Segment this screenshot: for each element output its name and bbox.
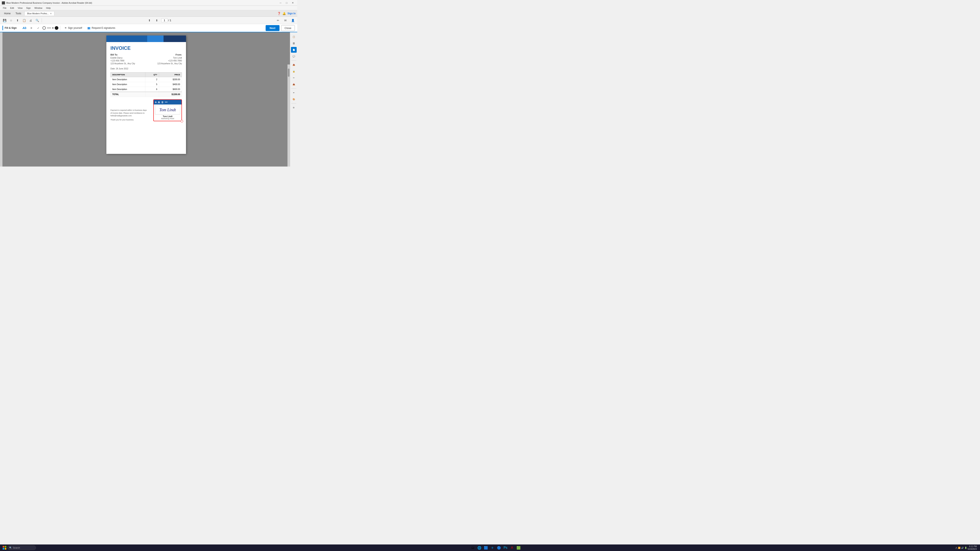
right-panel-btn3-active[interactable]: 📄	[291, 47, 297, 52]
row1-qty: 2	[145, 77, 159, 82]
right-panel-btn2[interactable]: 🖼	[291, 40, 297, 46]
next-page-button[interactable]: ⬇	[154, 17, 160, 23]
account-button[interactable]: 👤	[290, 17, 296, 23]
tab-tools[interactable]: Tools	[13, 11, 24, 16]
upload-button[interactable]: ⬆	[15, 17, 21, 23]
menu-sign[interactable]: Sign	[24, 6, 32, 10]
invoice-note: Payment is required within 14 business d…	[110, 109, 147, 118]
menu-edit[interactable]: Edit	[9, 6, 16, 10]
signature-widget[interactable]: A A 🗑 ••• Tom Lindt Tom Lindt Marketing …	[153, 99, 182, 121]
save-button[interactable]: 💾	[2, 17, 7, 23]
sig-more-button[interactable]: •••	[165, 101, 168, 104]
notifications-icon[interactable]: 🔔	[282, 12, 286, 15]
email-button[interactable]: ✉	[283, 17, 288, 23]
copy-button[interactable]: 📋	[21, 17, 27, 23]
title-bar: ⬛ Blue Modern Professional Business Comp…	[0, 0, 297, 6]
row2-desc: Item Description	[111, 82, 145, 87]
pdf-header-blue	[107, 35, 147, 42]
from-label: From:	[157, 54, 182, 56]
window-title: Blue Modern Professional Business Compan…	[6, 2, 92, 4]
row3-price: $600.00	[159, 87, 182, 92]
rp-separator2	[291, 88, 296, 89]
search-doc-button[interactable]: 🔍	[34, 17, 40, 23]
circle-tool[interactable]	[43, 26, 46, 30]
pdf-area: INVOICE Bill To: Estelle Darcy +123-456-…	[2, 32, 290, 167]
right-panel-btn8[interactable]: 📥	[291, 81, 297, 87]
close-fill-sign-button[interactable]: Close	[281, 25, 295, 31]
col-price: PRICE	[159, 73, 182, 77]
menu-view[interactable]: View	[16, 6, 24, 10]
page-number-input[interactable]	[161, 18, 167, 22]
maximize-button[interactable]: □	[284, 1, 290, 5]
menu-bar: File Edit View Sign Window Help	[0, 6, 297, 10]
menu-help[interactable]: Help	[45, 6, 52, 10]
sig-delete-button[interactable]: 🗑	[161, 101, 164, 104]
help-icon[interactable]: ❓	[277, 12, 281, 15]
tab-close-button[interactable]: ✕	[50, 13, 52, 15]
text-tool-button[interactable]: Ab	[22, 25, 27, 31]
check-tool-button[interactable]: ✓	[35, 25, 41, 31]
invoice-parties: Bill To: Estelle Darcy +123-456-7890 123…	[110, 54, 182, 65]
row1-desc: Item Description	[111, 77, 145, 82]
dot-tool[interactable]	[52, 27, 54, 29]
bill-to-section: Bill To: Estelle Darcy +123-456-7890 123…	[110, 54, 135, 65]
dot-large-tool[interactable]	[55, 26, 58, 30]
total-row: TOTAL $1200.00	[111, 92, 182, 97]
row2-price: $400.00	[159, 82, 182, 87]
toolbar-separator	[41, 18, 42, 22]
signature-script: Tom Lindt	[159, 108, 176, 112]
vertical-scrollbar[interactable]	[288, 65, 290, 167]
edit-mode-button[interactable]: ✏	[275, 17, 281, 23]
line-tool[interactable]	[47, 28, 51, 28]
print-button[interactable]: 🖨	[28, 17, 33, 23]
signature-widget-container: A A 🗑 ••• Tom Lindt Tom Lindt Marketing …	[153, 99, 182, 121]
minimize-button[interactable]: ─	[278, 1, 283, 5]
right-panel-btn5[interactable]: 📤	[291, 62, 297, 68]
invoice-note-section: Payment is required within 14 business d…	[110, 109, 147, 121]
sig-font-small-button[interactable]: A	[155, 101, 157, 103]
sign-in-button[interactable]: Sign In	[288, 12, 296, 15]
right-panel-btn6[interactable]: 🔒	[291, 68, 297, 74]
next-button[interactable]: Next	[266, 25, 280, 31]
tab-home[interactable]: Home	[2, 11, 13, 16]
row3-qty: 6	[145, 87, 159, 92]
remove-tool-button[interactable]: ✕	[29, 25, 34, 31]
invoice-table: DESCRIPTION QTY PRICE Item Description 2…	[110, 72, 182, 97]
pdf-header-accent	[147, 35, 164, 42]
page-total: 1	[170, 19, 171, 22]
from-phone: +123-456-7890	[157, 59, 182, 62]
total-qty	[145, 92, 159, 97]
menu-file[interactable]: File	[1, 6, 8, 10]
sidebar-toggle[interactable]: ‹	[0, 32, 2, 167]
scroll-thumb[interactable]	[288, 68, 290, 77]
table-row: Item Description 5 $400.00	[111, 82, 182, 87]
tab-document[interactable]: Blue Modern Profes... ✕	[24, 11, 54, 16]
right-panel-btn11[interactable]: ⚙	[291, 105, 297, 110]
signer-title: Marketing Head	[155, 118, 180, 119]
invoice-title: INVOICE	[110, 45, 182, 51]
right-panel-btn4[interactable]: 💬	[291, 54, 297, 59]
invoice-footer: Payment is required within 14 business d…	[110, 99, 182, 121]
signature-resize-handle[interactable]	[181, 120, 183, 122]
main-toolbar: 💾 ☆ ⬆ 📋 🖨 🔍 ⬆ ⬇ / 1 ✏ ✉ 👤	[0, 17, 297, 24]
bill-address: 123 Anywhere St., Any City	[110, 62, 135, 65]
col-qty: QTY	[145, 73, 159, 77]
fill-sign-bar: Fill & Sign Ab ✕ ✓ ✒ Sign yourself 👥 Req…	[0, 24, 297, 32]
right-panel-btn10[interactable]: 🎨	[291, 96, 297, 102]
pen-icon: ✒	[65, 27, 67, 29]
right-panel-btn1[interactable]: 📋	[291, 34, 297, 40]
close-window-button[interactable]: ✕	[290, 1, 296, 5]
fill-sign-label: Fill & Sign	[2, 26, 18, 30]
right-panel-btn9[interactable]: ✒	[291, 90, 297, 95]
prev-page-button[interactable]: ⬆	[146, 17, 152, 23]
right-panel-btn7[interactable]: ✏	[291, 75, 297, 81]
sign-yourself-button[interactable]: ✒ Sign yourself	[63, 26, 84, 30]
sig-font-large-button[interactable]: A	[158, 100, 160, 104]
request-esignatures-button[interactable]: 👥 Request E-signatures	[85, 26, 117, 30]
right-panel: 📋 🖼 📄 💬 📤 🔒 ✏ 📥 ✒ 🎨 ⚙	[290, 32, 297, 167]
menu-window[interactable]: Window	[33, 6, 44, 10]
row1-price: $200.00	[159, 77, 182, 82]
bookmark-button[interactable]: ☆	[8, 17, 14, 23]
pdf-page: INVOICE Bill To: Estelle Darcy +123-456-…	[107, 35, 186, 154]
row2-qty: 5	[145, 82, 159, 87]
